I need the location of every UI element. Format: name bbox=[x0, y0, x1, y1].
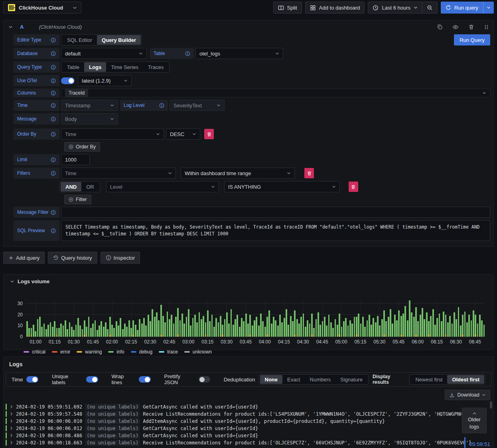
time-toggle[interactable] bbox=[26, 376, 38, 383]
unique-labels-toggle[interactable] bbox=[86, 376, 98, 383]
filter-field-select[interactable]: Time bbox=[61, 168, 176, 179]
run-query-button[interactable]: Run query bbox=[441, 2, 483, 14]
query-type-table[interactable]: Table bbox=[62, 62, 84, 72]
x-axis-tick: 02:30 bbox=[144, 339, 156, 345]
log-row[interactable]: 2024-02-19 06:00:18.663(no unique labels… bbox=[6, 439, 493, 446]
drag-handle-icon[interactable] bbox=[484, 24, 489, 30]
condition-operator-select[interactable]: IS ANYTHING bbox=[224, 181, 340, 192]
info-icon[interactable] bbox=[51, 157, 56, 162]
log-level-column-select[interactable]: SeverityText bbox=[170, 100, 225, 111]
columns-multiselect[interactable]: TraceId bbox=[61, 89, 490, 97]
log-row[interactable]: 2024-02-19 06:00:06.012(no unique labels… bbox=[6, 425, 493, 432]
filter-condition-row: AND OR Level IS ANYTHING bbox=[14, 181, 490, 192]
filter-operator-select[interactable]: Within dashboard time range bbox=[181, 168, 295, 179]
info-icon[interactable] bbox=[51, 171, 56, 176]
info-icon[interactable] bbox=[185, 51, 190, 56]
add-filter-button[interactable]: Filter bbox=[64, 195, 91, 204]
order-by-direction-select[interactable]: DESC bbox=[166, 128, 200, 140]
delete-query-icon[interactable] bbox=[468, 24, 474, 30]
inspector-button[interactable]: Inspector bbox=[101, 252, 140, 264]
oldest-first-option[interactable]: Oldest first bbox=[447, 375, 484, 384]
chevron-right-icon[interactable] bbox=[10, 426, 13, 430]
volume-bar bbox=[475, 300, 476, 337]
message-filter-input[interactable] bbox=[61, 207, 490, 218]
logs-scrollbar-thumb[interactable] bbox=[490, 401, 492, 409]
chevron-right-icon[interactable] bbox=[10, 405, 13, 409]
remove-filter-button[interactable] bbox=[304, 168, 314, 178]
otel-version-select[interactable]: latest (1.2.9) bbox=[78, 75, 132, 86]
info-icon[interactable] bbox=[51, 132, 56, 137]
chevron-right-icon[interactable] bbox=[10, 441, 13, 444]
log-row[interactable]: 2024-02-19 05:59:51.692(no unique labels… bbox=[6, 403, 493, 411]
volume-bar bbox=[356, 300, 357, 337]
limit-input[interactable]: 1000 bbox=[61, 154, 90, 165]
time-toggle-label: Time bbox=[12, 377, 23, 383]
legend-item[interactable]: debug bbox=[131, 349, 152, 355]
info-icon[interactable] bbox=[51, 37, 56, 43]
dedup-none[interactable]: None bbox=[260, 375, 283, 384]
condition-field-select[interactable]: Level bbox=[106, 181, 219, 192]
legend-item[interactable]: critical bbox=[24, 349, 45, 355]
legend-item[interactable]: error bbox=[52, 349, 70, 355]
use-otel-toggle[interactable] bbox=[61, 77, 75, 84]
query-type-traces[interactable]: Traces bbox=[143, 62, 168, 72]
remove-condition-button[interactable] bbox=[349, 182, 358, 192]
prettify-json-toggle[interactable] bbox=[199, 376, 210, 383]
log-row[interactable]: 2024-02-19 06:00:08.486(no unique labels… bbox=[6, 432, 493, 439]
or-option[interactable]: OR bbox=[81, 182, 99, 191]
info-icon[interactable] bbox=[51, 103, 56, 108]
chevron-right-icon[interactable] bbox=[10, 412, 13, 416]
zoom-out-button[interactable] bbox=[422, 2, 438, 14]
info-icon[interactable] bbox=[51, 78, 56, 83]
info-icon[interactable] bbox=[159, 103, 164, 108]
log-row[interactable]: 2024-02-19 05:59:57.548(no unique labels… bbox=[6, 411, 493, 418]
chevron-right-icon[interactable] bbox=[10, 419, 13, 423]
order-by-field-select[interactable]: Time bbox=[61, 128, 164, 140]
info-icon[interactable] bbox=[51, 65, 56, 70]
time-range-picker[interactable]: Last 6 hours bbox=[368, 2, 422, 14]
query-history-button[interactable]: Query history bbox=[48, 252, 97, 264]
dedup-exact[interactable]: Exact bbox=[282, 375, 305, 384]
legend-item[interactable]: warning bbox=[77, 349, 102, 355]
table-select[interactable]: otel_logs bbox=[195, 48, 283, 59]
query-type-time-series[interactable]: Time Series bbox=[106, 62, 143, 72]
info-icon[interactable] bbox=[51, 91, 56, 96]
volume-bar bbox=[186, 300, 187, 337]
older-logs-button[interactable]: Older logs bbox=[462, 408, 487, 433]
collapse-chevron-icon[interactable] bbox=[10, 279, 14, 284]
chevron-right-icon[interactable] bbox=[10, 434, 13, 437]
dedup-numbers[interactable]: Numbers bbox=[305, 375, 336, 384]
info-icon[interactable] bbox=[51, 228, 56, 233]
collapse-chevron-icon[interactable] bbox=[8, 25, 13, 29]
info-icon[interactable] bbox=[51, 210, 56, 215]
database-select[interactable]: default bbox=[61, 48, 147, 59]
info-icon[interactable] bbox=[51, 116, 56, 122]
datasource-picker[interactable]: ClickHouse Cloud bbox=[3, 2, 81, 14]
wrap-lines-toggle[interactable] bbox=[139, 376, 150, 383]
query-builder-option[interactable]: Query Builder bbox=[97, 35, 141, 45]
query-type-logs[interactable]: Logs bbox=[84, 62, 106, 72]
log-row[interactable]: 2024-02-19 06:00:06.010(no unique labels… bbox=[6, 418, 493, 425]
time-column-select[interactable]: Timestamp bbox=[61, 100, 118, 111]
add-to-dashboard-button[interactable]: Add to dashboard bbox=[305, 2, 365, 14]
column-chip[interactable]: TraceId bbox=[65, 89, 88, 97]
legend-item[interactable]: trace bbox=[159, 349, 178, 355]
duplicate-query-icon[interactable] bbox=[437, 24, 443, 30]
legend-label: critical bbox=[32, 349, 45, 355]
remove-order-by-button[interactable] bbox=[204, 129, 214, 139]
run-query-options-button[interactable] bbox=[483, 2, 494, 14]
toggle-visibility-icon[interactable] bbox=[452, 24, 459, 30]
legend-item[interactable]: unknown bbox=[184, 349, 212, 355]
message-column-select[interactable]: Body bbox=[61, 113, 118, 124]
newest-first-option[interactable]: Newest first bbox=[410, 375, 447, 384]
dedup-signature[interactable]: Signature bbox=[335, 375, 367, 384]
legend-item[interactable]: info bbox=[108, 349, 124, 355]
info-icon[interactable] bbox=[51, 51, 56, 56]
download-button[interactable]: Download bbox=[445, 390, 490, 400]
add-query-button[interactable]: Add query bbox=[3, 252, 45, 264]
run-query-panel-button[interactable]: Run Query bbox=[454, 34, 490, 45]
and-option[interactable]: AND bbox=[61, 182, 81, 191]
add-order-by-button[interactable]: Order By bbox=[64, 142, 100, 152]
split-button[interactable]: Split bbox=[273, 2, 302, 14]
sql-editor-option[interactable]: SQL Editor bbox=[62, 35, 97, 45]
